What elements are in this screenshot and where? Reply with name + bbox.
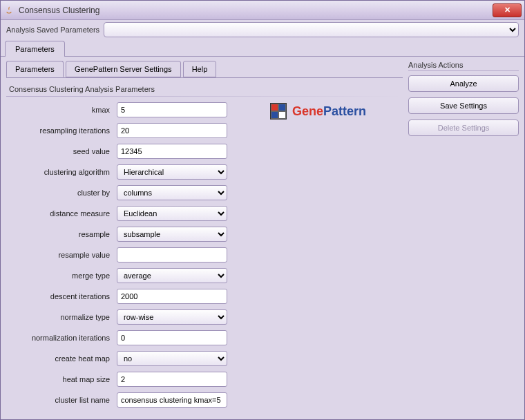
actions-divider bbox=[408, 70, 519, 71]
kmax-label: kmax bbox=[9, 106, 113, 114]
main-area: Parameters GenePattern Server Settings H… bbox=[1, 57, 524, 412]
delete-settings-button[interactable]: Delete Settings bbox=[408, 120, 519, 136]
cluster-by-select[interactable]: columns bbox=[117, 185, 227, 200]
normalization-iterations-input[interactable] bbox=[117, 330, 227, 345]
window-title: Consensus Clustering bbox=[19, 6, 99, 15]
seed-value-input[interactable] bbox=[117, 144, 227, 159]
descent-iterations-label: descent iterations bbox=[9, 292, 113, 300]
heat-map-size-label: heat map size bbox=[9, 375, 113, 383]
form-grid: kmax resampling iterations seed value cl… bbox=[6, 102, 403, 408]
outer-tab-strip: Parameters bbox=[1, 39, 524, 57]
saved-parameters-row: Analysis Saved Parameters bbox=[1, 20, 524, 39]
fieldset-title: Consensus Clustering Analysis Parameters bbox=[9, 85, 403, 93]
tab-parameters-outer[interactable]: Parameters bbox=[5, 41, 65, 57]
actions-panel: Analysis Actions Analyze Save Settings D… bbox=[408, 61, 519, 408]
close-icon: ✕ bbox=[504, 6, 510, 15]
saved-parameters-label: Analysis Saved Parameters bbox=[6, 26, 101, 34]
genepattern-text: GenePattern bbox=[292, 104, 366, 119]
titlebar: Consensus Clustering ✕ bbox=[1, 1, 524, 20]
analyze-button[interactable]: Analyze bbox=[408, 75, 519, 92]
descent-iterations-input[interactable] bbox=[117, 289, 227, 304]
cluster-list-name-input[interactable] bbox=[117, 392, 227, 408]
save-settings-button[interactable]: Save Settings bbox=[408, 97, 519, 114]
clustering-algorithm-label: clustering algorithm bbox=[9, 168, 113, 176]
inner-tab-strip: Parameters GenePattern Server Settings H… bbox=[6, 61, 403, 78]
merge-type-select[interactable]: average bbox=[117, 268, 227, 283]
distance-measure-label: distance measure bbox=[9, 209, 113, 218]
resampling-iterations-input[interactable] bbox=[117, 123, 227, 138]
clustering-algorithm-select[interactable]: Hierarchical bbox=[117, 164, 227, 180]
application-window: Consensus Clustering ✕ Analysis Saved Pa… bbox=[0, 0, 525, 420]
cluster-by-label: cluster by bbox=[9, 189, 113, 197]
resample-value-label: resample value bbox=[9, 251, 113, 259]
resample-value-input[interactable] bbox=[117, 247, 227, 262]
saved-parameters-dropdown[interactable] bbox=[104, 22, 519, 37]
java-icon bbox=[3, 5, 15, 16]
merge-type-label: merge type bbox=[9, 271, 113, 280]
distance-measure-select[interactable]: Euclidean bbox=[117, 206, 227, 221]
tab-help[interactable]: Help bbox=[183, 61, 217, 77]
actions-title: Analysis Actions bbox=[408, 61, 519, 69]
resampling-iterations-label: resampling iterations bbox=[9, 126, 113, 135]
tab-parameters[interactable]: Parameters bbox=[6, 61, 64, 77]
resample-select[interactable]: subsample bbox=[117, 227, 227, 242]
normalize-type-label: normalize type bbox=[9, 313, 113, 321]
create-heat-map-label: create heat map bbox=[9, 354, 113, 363]
tab-server-settings[interactable]: GenePattern Server Settings bbox=[66, 61, 181, 77]
genepattern-icon bbox=[270, 103, 287, 120]
cluster-list-name-label: cluster list name bbox=[9, 396, 113, 404]
seed-value-label: seed value bbox=[9, 147, 113, 155]
resample-label: resample bbox=[9, 230, 113, 238]
create-heat-map-select[interactable]: no bbox=[117, 351, 227, 366]
genepattern-logo: GenePattern bbox=[270, 103, 366, 120]
normalize-type-select[interactable]: row-wise bbox=[117, 309, 227, 325]
fieldset-divider bbox=[6, 96, 403, 97]
heat-map-size-input[interactable] bbox=[117, 372, 227, 387]
kmax-input[interactable] bbox=[117, 102, 227, 117]
close-button[interactable]: ✕ bbox=[493, 3, 522, 17]
normalization-iterations-label: normalization iterations bbox=[9, 334, 113, 342]
